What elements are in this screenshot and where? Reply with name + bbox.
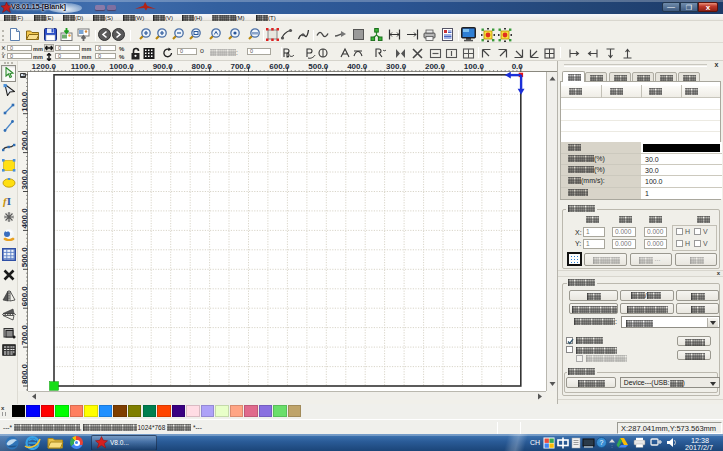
svg-text:500.0: 500.0 — [308, 62, 329, 71]
svg-text:500.0: 500.0 — [20, 247, 28, 268]
svg-text:200.0: 200.0 — [425, 62, 446, 71]
svg-text::: : — [611, 443, 612, 449]
svg-text:1000.0: 1000.0 — [109, 62, 134, 71]
svg-text:800.0: 800.0 — [20, 363, 28, 384]
svg-text:1200.0: 1200.0 — [32, 62, 57, 71]
svg-text:100.0: 100.0 — [20, 91, 28, 112]
svg-text:200.0: 200.0 — [20, 130, 28, 151]
svg-text:?: ? — [600, 439, 604, 446]
svg-text:600.0: 600.0 — [269, 62, 290, 71]
svg-text:1100.0: 1100.0 — [71, 62, 96, 71]
svg-text:400.0: 400.0 — [347, 62, 368, 71]
svg-text:700.0: 700.0 — [20, 325, 28, 346]
svg-text:900.0: 900.0 — [153, 62, 174, 71]
svg-text:600.0: 600.0 — [20, 286, 28, 307]
svg-text:300.0: 300.0 — [386, 62, 407, 71]
svg-text:700.0: 700.0 — [230, 62, 251, 71]
svg-text:400.0: 400.0 — [20, 208, 28, 229]
svg-text:100.0: 100.0 — [464, 62, 485, 71]
svg-text:0.0: 0.0 — [512, 62, 524, 71]
svg-text:800.0: 800.0 — [192, 62, 213, 71]
svg-text:300.0: 300.0 — [20, 169, 28, 190]
